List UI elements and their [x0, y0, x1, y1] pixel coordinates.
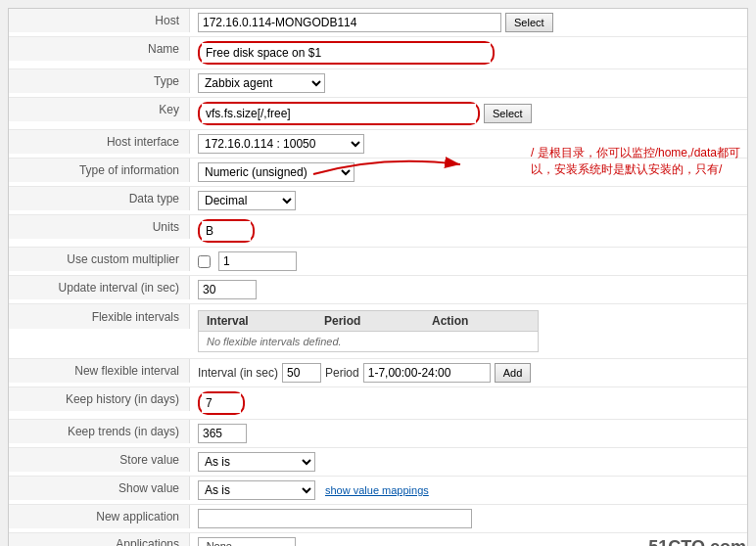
custom-multiplier-value-cell [190, 248, 747, 275]
data-type-value-cell: Decimal [190, 187, 747, 214]
keep-trends-label: Keep trends (in days) [9, 420, 190, 443]
col-interval: Interval [207, 314, 324, 328]
custom-multiplier-checkbox[interactable] [198, 255, 211, 268]
name-label: Name [9, 37, 190, 61]
key-input[interactable] [202, 104, 476, 123]
flexible-intervals-header: Interval Period Action [199, 311, 538, 332]
host-input[interactable] [198, 13, 501, 32]
host-interface-select[interactable]: 172.16.0.114 : 10050 [198, 134, 364, 154]
host-interface-label: Host interface [9, 130, 190, 154]
type-select[interactable]: Zabbix agent [198, 73, 325, 93]
name-row: Name [9, 37, 747, 69]
units-row: Units [9, 215, 747, 248]
new-application-input[interactable] [198, 509, 472, 528]
page-wrapper: Host Select Name Type [0, 0, 756, 546]
flexible-intervals-block: Interval Period Action No flexible inter… [198, 310, 539, 352]
name-value-cell [190, 37, 747, 68]
host-interface-value-cell: 172.16.0.114 : 10050 [190, 130, 747, 158]
update-interval-label: Update interval (in sec) [9, 276, 190, 299]
flexible-intervals-label: Flexible intervals [9, 304, 190, 329]
store-value-label: Store value [9, 448, 190, 472]
list-item[interactable]: -None- [199, 538, 295, 546]
type-info-value-cell: Numeric (unsigned) [190, 159, 747, 186]
new-flexible-interval-value-cell: Interval (in sec) Period Add [190, 359, 747, 387]
show-value-select[interactable]: As is [198, 480, 315, 500]
type-row: Type Zabbix agent [9, 69, 747, 98]
keep-trends-value-cell [190, 420, 747, 447]
units-value-cell [190, 215, 747, 247]
flexible-intervals-row: Flexible intervals Interval Period Actio… [9, 304, 747, 359]
data-type-row: Data type Decimal [9, 187, 747, 215]
data-type-select[interactable]: Decimal [198, 191, 296, 210]
custom-multiplier-input[interactable] [218, 251, 297, 271]
host-interface-row: Host interface 172.16.0.114 : 10050 [9, 130, 747, 159]
update-interval-input[interactable] [198, 280, 257, 299]
applications-list[interactable]: -None- CPU DISK memory [198, 537, 296, 546]
keep-trends-input[interactable] [198, 424, 247, 443]
store-value-value-cell: As is [190, 448, 747, 476]
col-action: Action [432, 314, 530, 328]
units-input[interactable] [202, 221, 251, 241]
key-label: Key [9, 98, 190, 121]
key-value-cell: Select [190, 98, 747, 129]
new-flexible-interval-label: New flexible interval [9, 359, 190, 383]
flexible-intervals-value-cell: Interval Period Action No flexible inter… [190, 304, 747, 358]
type-value-cell: Zabbix agent [190, 69, 747, 97]
name-input[interactable] [202, 43, 491, 63]
host-row: Host Select [9, 9, 747, 37]
host-label: Host [9, 9, 190, 32]
key-select-button[interactable]: Select [484, 104, 532, 123]
update-interval-value-cell [190, 276, 747, 303]
applications-row: Applications -None- CPU DISK memory [9, 533, 747, 546]
applications-label: Applications [9, 533, 190, 546]
new-flexible-interval-row: New flexible interval Interval (in sec) … [9, 359, 747, 387]
flexible-intervals-empty: No flexible intervals defined. [199, 332, 538, 351]
new-flex-period-input[interactable] [363, 363, 491, 383]
interval-sec-label: Interval (in sec) [198, 366, 278, 380]
period-label: Period [325, 366, 359, 380]
custom-multiplier-label: Use custom multiplier [9, 248, 190, 271]
col-period: Period [324, 314, 432, 328]
key-row: Key Select [9, 98, 747, 130]
type-info-row: Type of information Numeric (unsigned) [9, 159, 747, 187]
new-application-value-cell [190, 505, 747, 532]
store-value-select[interactable]: As is [198, 452, 315, 472]
show-value-label: Show value [9, 477, 190, 500]
show-value-value-cell: As is show value mappings [190, 477, 747, 504]
keep-trends-row: Keep trends (in days) [9, 420, 747, 448]
show-value-mappings-link[interactable]: show value mappings [325, 484, 429, 496]
update-interval-row: Update interval (in sec) [9, 276, 747, 304]
form-container: Host Select Name Type [8, 8, 748, 546]
custom-multiplier-row: Use custom multiplier [9, 248, 747, 276]
units-label: Units [9, 215, 190, 239]
new-flex-add-button[interactable]: Add [495, 363, 532, 383]
host-value-cell: Select [190, 9, 747, 36]
new-flex-interval-input[interactable] [282, 363, 321, 383]
keep-history-input[interactable] [202, 393, 241, 413]
new-application-label: New application [9, 505, 190, 528]
keep-history-row: Keep history (in days) [9, 387, 747, 420]
store-value-row: Store value As is [9, 448, 747, 477]
keep-history-value-cell [190, 387, 747, 419]
host-select-button[interactable]: Select [505, 13, 553, 32]
type-label: Type [9, 69, 190, 93]
keep-history-label: Keep history (in days) [9, 387, 190, 411]
applications-value-cell: -None- CPU DISK memory [190, 533, 747, 546]
new-application-row: New application [9, 505, 747, 533]
type-info-label: Type of information [9, 159, 190, 182]
type-info-select[interactable]: Numeric (unsigned) [198, 162, 354, 182]
show-value-row: Show value As is show value mappings [9, 477, 747, 505]
data-type-label: Data type [9, 187, 190, 210]
